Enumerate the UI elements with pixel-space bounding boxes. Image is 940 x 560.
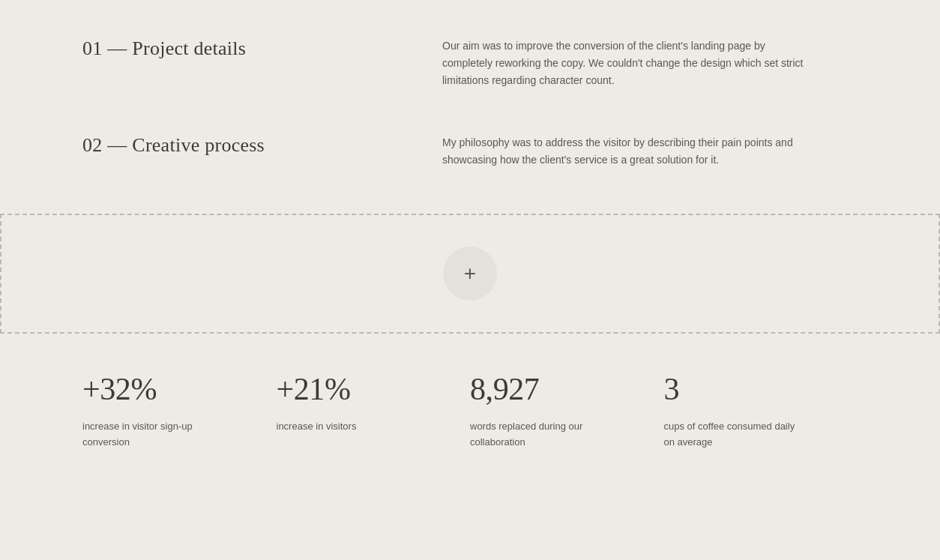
stat-item-2: 8,927 words replaced during our collabor… [470,371,664,449]
stats-section: +32% increase in visitor sign-up convers… [0,334,940,487]
section-02-title: 02 — Creative process [82,134,442,157]
page-container: 01 — Project details Our aim was to impr… [0,0,940,560]
sections-top: 01 — Project details Our aim was to impr… [0,0,940,169]
dashed-box: + [0,214,940,334]
stat-label-1: increase in visitors [277,419,412,434]
plus-icon: + [464,263,476,284]
stat-number-2: 8,927 [470,371,664,407]
stat-number-0: +32% [82,371,277,407]
stat-item-0: +32% increase in visitor sign-up convers… [82,371,277,449]
section-01-title: 01 — Project details [82,37,442,60]
stat-label-2: words replaced during our collaboration [470,419,605,449]
section-02-description: My philosophy was to address the visitor… [442,134,817,169]
add-content-button[interactable]: + [443,247,497,301]
stat-number-3: 3 [664,371,858,407]
section-row-01: 01 — Project details Our aim was to impr… [82,37,858,89]
stat-label-3: cups of coffee consumed daily on average [664,419,799,449]
stat-item-3: 3 cups of coffee consumed daily on avera… [664,371,858,449]
stat-label-0: increase in visitor sign-up conversion [82,419,217,449]
section-row-02: 02 — Creative process My philosophy was … [82,134,858,169]
stat-item-1: +21% increase in visitors [277,371,471,449]
section-01-description: Our aim was to improve the conversion of… [442,37,817,89]
stat-number-1: +21% [277,371,471,407]
dashed-box-container: + [0,214,940,334]
